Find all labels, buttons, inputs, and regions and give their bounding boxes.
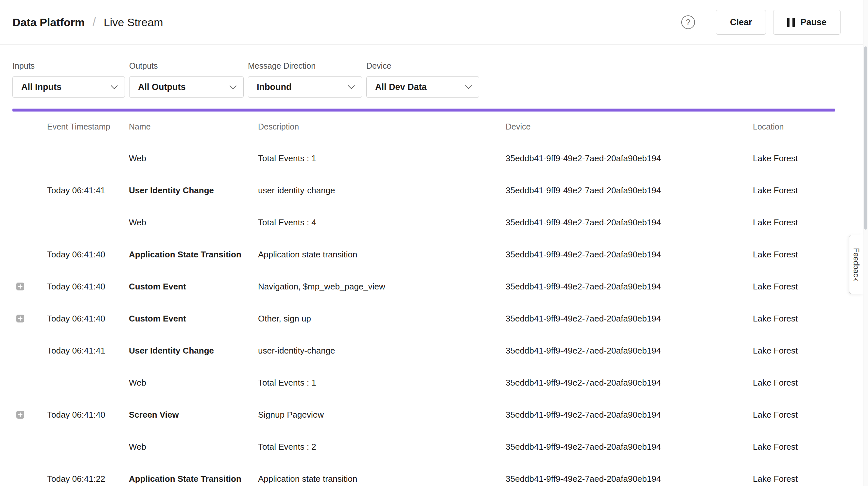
filter-message-direction: Message Direction Inbound — [248, 61, 362, 98]
header-description: Description — [258, 122, 506, 131]
message-direction-select[interactable]: Inbound — [248, 76, 362, 98]
row-device: 35eddb41-9ff9-49e2-7aed-20afa90eb194 — [506, 217, 753, 227]
table-row[interactable]: Web Total Events : 1 35eddb41-9ff9-49e2-… — [12, 367, 835, 399]
row-timestamp: Today 06:41:41 — [47, 346, 129, 356]
filter-inputs: Inputs All Inputs — [12, 61, 125, 98]
row-timestamp: Today 06:41:40 — [47, 282, 129, 292]
row-device: 35eddb41-9ff9-49e2-7aed-20afa90eb194 — [506, 410, 753, 420]
pause-icon — [787, 18, 795, 27]
row-location: Lake Forest — [753, 217, 835, 227]
filter-outputs-label: Outputs — [129, 61, 244, 71]
row-location: Lake Forest — [753, 185, 835, 195]
clear-button[interactable]: Clear — [716, 10, 766, 35]
row-device: 35eddb41-9ff9-49e2-7aed-20afa90eb194 — [506, 314, 753, 324]
message-direction-select-value: Inbound — [257, 82, 291, 92]
event-table-body: Web Total Events : 1 35eddb41-9ff9-49e2-… — [12, 142, 835, 486]
event-table-header: Event Timestamp Name Description Device … — [12, 112, 835, 142]
row-description: Total Events : 4 — [258, 217, 506, 227]
filter-outputs: Outputs All Outputs — [129, 61, 244, 98]
row-name: Custom Event — [129, 314, 258, 324]
inputs-select-value: All Inputs — [21, 82, 61, 92]
table-row[interactable]: Today 06:41:41 User Identity Change user… — [12, 174, 835, 206]
filter-inputs-label: Inputs — [12, 61, 125, 71]
inputs-select[interactable]: All Inputs — [12, 76, 125, 98]
row-description: Application state transition — [258, 474, 506, 484]
row-location: Lake Forest — [753, 249, 835, 260]
pause-button[interactable]: Pause — [773, 10, 840, 35]
row-name: User Identity Change — [129, 185, 258, 195]
expand-icon[interactable] — [17, 282, 24, 291]
breadcrumb-separator: / — [93, 16, 96, 29]
row-location: Lake Forest — [753, 474, 835, 484]
header-device: Device — [506, 122, 753, 131]
table-row[interactable]: Today 06:41:40 Screen View Signup Pagevi… — [12, 399, 835, 431]
device-select[interactable]: All Dev Data — [366, 76, 479, 98]
row-description: Application state transition — [258, 249, 506, 260]
header-event-timestamp: Event Timestamp — [47, 122, 129, 131]
pause-button-label: Pause — [800, 17, 827, 28]
breadcrumb-root[interactable]: Data Platform — [12, 16, 85, 29]
expand-cell — [12, 411, 47, 419]
row-device: 35eddb41-9ff9-49e2-7aed-20afa90eb194 — [506, 474, 753, 484]
row-device: 35eddb41-9ff9-49e2-7aed-20afa90eb194 — [506, 153, 753, 163]
table-row[interactable]: Today 06:41:41 User Identity Change user… — [12, 335, 835, 367]
outputs-select-value: All Outputs — [138, 82, 185, 92]
row-name: Custom Event — [129, 282, 258, 292]
table-row[interactable]: Today 06:41:40 Application State Transit… — [12, 238, 835, 271]
row-description: Signup Pageview — [258, 410, 506, 420]
header-location: Location — [753, 122, 835, 131]
outputs-select[interactable]: All Outputs — [129, 76, 244, 98]
expand-cell — [12, 475, 47, 483]
row-name: Screen View — [129, 410, 258, 420]
scrollbar-thumb[interactable] — [864, 47, 867, 230]
row-description: Total Events : 2 — [258, 442, 506, 452]
row-description: user-identity-change — [258, 185, 506, 195]
stream-progress-bar — [12, 109, 835, 112]
row-device: 35eddb41-9ff9-49e2-7aed-20afa90eb194 — [506, 442, 753, 452]
row-description: user-identity-change — [258, 346, 506, 356]
expand-cell — [12, 186, 47, 194]
device-select-value: All Dev Data — [375, 82, 427, 92]
filter-device: Device All Dev Data — [366, 61, 479, 98]
row-name: Web — [129, 153, 258, 163]
row-description: Other, sign up — [258, 314, 506, 324]
header-actions: ? Clear Pause — [681, 10, 840, 35]
row-device: 35eddb41-9ff9-49e2-7aed-20afa90eb194 — [506, 378, 753, 388]
header-name: Name — [129, 122, 258, 131]
table-row[interactable]: Today 06:41:22 Application State Transit… — [12, 463, 835, 486]
chevron-down-icon — [348, 82, 355, 89]
filter-device-label: Device — [366, 61, 479, 71]
row-device: 35eddb41-9ff9-49e2-7aed-20afa90eb194 — [506, 185, 753, 195]
table-row[interactable]: Web Total Events : 2 35eddb41-9ff9-49e2-… — [12, 431, 835, 463]
expand-cell — [12, 218, 47, 226]
row-timestamp: Today 06:41:40 — [47, 249, 129, 260]
page-title: Live Stream — [104, 16, 163, 29]
page-header: Data Platform / Live Stream ? Clear Paus… — [0, 0, 868, 45]
row-description: Total Events : 1 — [258, 153, 506, 163]
row-timestamp: Today 06:41:40 — [47, 314, 129, 324]
row-timestamp: Today 06:41:41 — [47, 185, 129, 195]
table-row[interactable]: Today 06:41:40 Custom Event Other, sign … — [12, 303, 835, 335]
row-name: Web — [129, 378, 258, 388]
table-row[interactable]: Today 06:41:40 Custom Event Navigation, … — [12, 271, 835, 303]
row-location: Lake Forest — [753, 282, 835, 292]
expand-cell — [12, 282, 47, 291]
row-location: Lake Forest — [753, 314, 835, 324]
expand-icon[interactable] — [17, 315, 24, 323]
filter-bar: Inputs All Inputs Outputs All Outputs Me… — [0, 45, 868, 98]
row-device: 35eddb41-9ff9-49e2-7aed-20afa90eb194 — [506, 249, 753, 260]
row-name: User Identity Change — [129, 346, 258, 356]
scrollbar[interactable] — [863, 0, 868, 486]
expand-icon[interactable] — [17, 411, 24, 419]
row-timestamp: Today 06:41:22 — [47, 474, 129, 484]
row-name: Web — [129, 217, 258, 227]
feedback-tab[interactable]: Feedback — [849, 235, 863, 294]
row-description: Navigation, $mp_web_page_view — [258, 282, 506, 292]
chevron-down-icon — [229, 82, 237, 89]
help-icon[interactable]: ? — [681, 16, 695, 29]
filter-message-direction-label: Message Direction — [248, 61, 362, 71]
expand-cell — [12, 154, 47, 162]
table-row[interactable]: Web Total Events : 4 35eddb41-9ff9-49e2-… — [12, 206, 835, 238]
table-row[interactable]: Web Total Events : 1 35eddb41-9ff9-49e2-… — [12, 142, 835, 174]
row-location: Lake Forest — [753, 346, 835, 356]
